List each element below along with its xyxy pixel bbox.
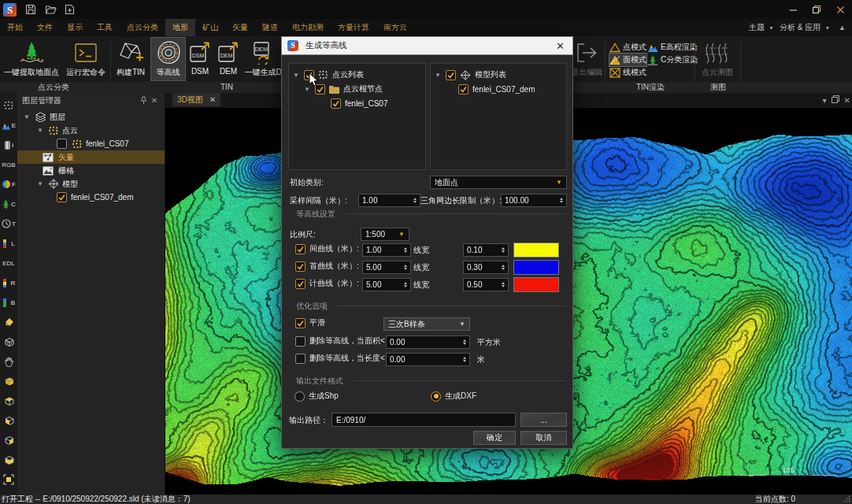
open-folder-icon[interactable] [45, 4, 56, 15]
intensity-display-icon[interactable]: I [2, 138, 16, 152]
intermediate-width-spinbox[interactable]: 0.10 [463, 243, 509, 257]
collapse-arrow-icon[interactable]: ▼ [292, 71, 300, 79]
blend-display-icon[interactable]: F [2, 177, 16, 191]
menu-item-file[interactable]: 文件 [30, 19, 60, 36]
layer-tree-row-fenlei-cs07[interactable]: fenlei_CS07 [17, 137, 165, 150]
intermediate-interval-spinbox[interactable]: 1.00 [362, 243, 411, 257]
minimize-button[interactable] [781, 0, 805, 19]
layer-tree-row-raster[interactable]: 栅格 [17, 164, 165, 177]
menu-item-tunnel[interactable]: 隧道 [255, 19, 285, 36]
dialog-close-icon[interactable]: ✕ [556, 40, 565, 52]
triangle-limit-spinbox[interactable]: 100.00 [501, 194, 567, 207]
initial-class-combo[interactable]: 地面点▼ [430, 176, 567, 189]
collapse-arrow-icon[interactable]: ▼ [36, 127, 44, 135]
ribbon-collapse-icon[interactable]: ▲ [839, 24, 846, 32]
extract-ground-button[interactable]: 一键提取地面点 [2, 38, 61, 80]
menu-item-start[interactable]: 开始 [0, 19, 30, 36]
spin-arrows-icon[interactable] [463, 357, 466, 362]
spin-arrows-icon[interactable] [463, 339, 466, 345]
layer-tree-row-model[interactable]: ▼ 模型 [17, 177, 165, 191]
run-macro-button[interactable]: 运行宏命令 [65, 38, 107, 80]
layer-checkbox-checked[interactable] [57, 192, 67, 202]
layer-tree-row-vector[interactable]: 矢量 [17, 150, 165, 164]
tree-row-fenlei-cs07-dem[interactable]: fenlei_CS07_dem [431, 82, 566, 96]
dsm-button[interactable]: DSM DSM [188, 38, 212, 80]
face-mode-button[interactable]: 面模式 [609, 54, 646, 66]
exit-edit-button[interactable]: 退出编辑 [569, 38, 605, 80]
b-display-icon[interactable]: B [2, 295, 16, 309]
menu-item-power-survey[interactable]: 电力勘测 [285, 19, 331, 36]
class-render-button[interactable]: C分类渲染 [647, 54, 698, 66]
pin-icon[interactable] [138, 95, 149, 106]
cancel-button[interactable]: 取消 [520, 431, 567, 445]
layer-tree-row-layers[interactable]: ▼ 图层 [17, 110, 165, 124]
point-cloud-display-icon[interactable] [2, 98, 16, 113]
primary-interval-spinbox[interactable]: 5.00 [362, 261, 411, 274]
cube-left-view-icon[interactable] [2, 433, 16, 447]
tree-checkbox-checked[interactable] [458, 84, 469, 94]
dialog-title-bar[interactable]: S 生成等高线 ✕ [281, 36, 573, 55]
close-button[interactable] [828, 0, 852, 19]
index-color-swatch[interactable] [513, 277, 559, 292]
spin-arrows-icon[interactable] [560, 198, 563, 203]
spin-arrows-icon[interactable] [404, 247, 407, 253]
save-icon[interactable] [25, 4, 36, 15]
layer-tree-row-pointcloud[interactable]: ▼ 点云 [17, 124, 165, 137]
tree-row-model-list[interactable]: ▼ 模型列表 [431, 68, 566, 82]
classification-display-icon[interactable]: C [2, 197, 16, 211]
cube-front-view-icon[interactable] [2, 413, 16, 428]
collapse-arrow-icon[interactable]: ▼ [23, 113, 31, 121]
delete-area-spinbox[interactable]: 0.00 [386, 335, 470, 349]
collapse-arrow-icon[interactable]: ▼ [434, 71, 442, 79]
index-interval-spinbox[interactable]: 5.00 [362, 278, 411, 291]
rgb-display-icon[interactable]: RGB [2, 158, 16, 172]
layer-checkbox-unchecked[interactable] [57, 139, 67, 149]
delete-length-spinbox[interactable]: 0.00 [386, 353, 470, 366]
menu-item-terrain[interactable]: 地形 [165, 19, 195, 36]
resize-grip-icon[interactable] [843, 495, 850, 502]
panel-dropdown-icon[interactable]: ▾ [823, 96, 827, 105]
menu-item-mine[interactable]: 矿山 [195, 19, 225, 36]
dice-view-icon[interactable] [2, 335, 16, 349]
panel-close-icon[interactable]: ✕ [149, 95, 160, 106]
bucket-tool-icon[interactable] [2, 315, 16, 329]
restore-button[interactable] [805, 0, 828, 19]
analysis-menu[interactable]: 分析 & 应用 [780, 22, 821, 33]
tree-row-fenlei-cs07[interactable]: fenlei_CS07 [289, 96, 425, 110]
intermediate-color-swatch[interactable] [513, 243, 559, 258]
delete-area-checkbox[interactable] [295, 336, 306, 346]
cloud-map-button[interactable]: 点云测图 [698, 38, 737, 80]
index-width-spinbox[interactable]: 0.50 [463, 278, 509, 291]
zoom-extent-icon[interactable] [2, 472, 16, 487]
smooth-method-combo[interactable]: 三次B样条▼ [383, 317, 470, 331]
output-path-input[interactable]: E:/0910/ [332, 413, 516, 427]
spin-arrows-icon[interactable] [404, 265, 407, 270]
primary-contour-checkbox[interactable] [295, 261, 306, 272]
elevation-display-icon[interactable]: E [2, 118, 16, 132]
menu-item-tools[interactable]: 工具 [90, 19, 120, 36]
menu-item-vector[interactable]: 矢量 [225, 19, 255, 36]
build-tin-button[interactable]: 构建TIN [113, 38, 148, 80]
theme-menu[interactable]: 主题 [749, 22, 765, 33]
tree-checkbox-checked[interactable] [446, 70, 456, 80]
tab-close-icon[interactable]: ✕ [209, 95, 216, 104]
flightline-display-icon[interactable]: L [2, 236, 16, 250]
dxf-radio[interactable] [431, 391, 441, 402]
spin-arrows-icon[interactable] [404, 282, 407, 287]
edl-display-icon[interactable]: EDL [2, 256, 16, 270]
browse-button[interactable]: ... [520, 413, 567, 427]
primary-color-swatch[interactable] [513, 260, 559, 275]
normal-display-icon[interactable]: R [2, 276, 16, 290]
spin-arrows-icon[interactable] [502, 247, 505, 253]
shp-radio[interactable] [294, 391, 305, 402]
collapse-arrow-icon[interactable]: ▼ [36, 180, 44, 188]
index-contour-checkbox[interactable] [295, 279, 306, 289]
one-key-dem-button[interactable]: DEM 一键生成D [245, 38, 281, 80]
spin-arrows-icon[interactable] [502, 282, 505, 287]
menu-item-display[interactable]: 显示 [60, 19, 90, 36]
sample-interval-spinbox[interactable]: 1.00 [358, 194, 420, 207]
panel-close-icon[interactable]: ✕ [844, 96, 850, 105]
tab-3d-view[interactable]: 3D视图 ✕ [172, 93, 220, 106]
spin-arrows-icon[interactable] [502, 265, 505, 270]
smooth-checkbox[interactable] [295, 318, 306, 328]
